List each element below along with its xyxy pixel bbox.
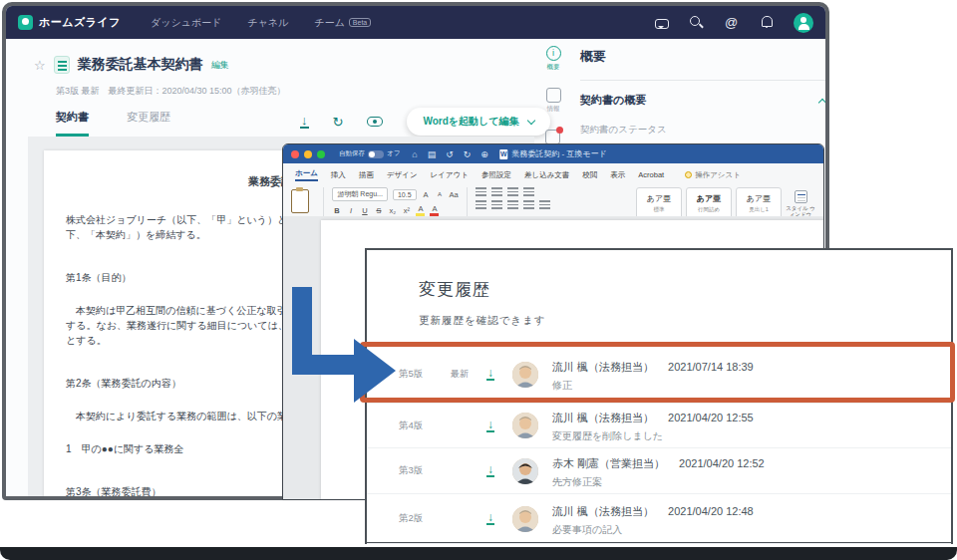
ribbon-tab-home[interactable]: ホーム: [295, 168, 318, 181]
chevron-down-icon[interactable]: [527, 116, 535, 124]
nav-item-channel[interactable]: チャネル: [247, 16, 288, 30]
change-case-button[interactable]: Aa: [450, 190, 459, 199]
chevron-up-icon[interactable]: [818, 98, 826, 106]
avatar: [512, 413, 538, 438]
align-center-icon[interactable]: [491, 200, 502, 209]
multilevel-list-icon[interactable]: [507, 187, 518, 196]
document-meta: 第3版 最新 最終更新日：2020/04/30 15:00（赤羽佳亮）: [56, 85, 286, 98]
highlight-color-button[interactable]: A: [416, 205, 425, 216]
folder-icon: [546, 88, 561, 103]
user-avatar[interactable]: [794, 13, 813, 33]
justify-icon[interactable]: [523, 200, 534, 209]
align-left-icon[interactable]: [476, 200, 486, 209]
undo-icon[interactable]: ↺: [446, 149, 454, 159]
subscript-button[interactable]: x₂: [388, 206, 397, 215]
font-color-button[interactable]: A: [430, 205, 439, 216]
tell-me-assist[interactable]: 操作アシスト: [685, 170, 741, 180]
editor-name: 流川 楓（法務担当）: [552, 505, 654, 517]
mention-icon[interactable]: @: [724, 15, 739, 30]
download-version-icon[interactable]: ↓: [486, 368, 494, 381]
app-logo[interactable]: ホームズライフ: [18, 15, 121, 30]
sort-icon[interactable]: [523, 187, 534, 196]
nav-item-dashboard[interactable]: ダッシュボード: [151, 16, 221, 30]
edit-note: 必要事項の記入: [552, 523, 754, 537]
tab-contract[interactable]: 契約書: [56, 110, 89, 137]
home-icon[interactable]: ⌂: [412, 149, 417, 159]
history-entry: 流川 楓（法務担当）2021/04/20 12:48 必要事項の記入: [552, 501, 754, 537]
screenshot-frame: ホームズライフ ダッシュボード チャネル チーム Beta @ ☆ 業務委: [0, 0, 957, 560]
overview-info-icon: i: [546, 46, 561, 61]
divider: [580, 80, 825, 81]
word-doc-icon: W: [499, 149, 507, 159]
shrink-font-button[interactable]: A: [436, 191, 445, 197]
history-row-v2[interactable]: 第2版 ↓ 流川 楓（法務担当）2021/04/20 12:48 必要事項の記入: [367, 494, 951, 544]
bullet-list-icon[interactable]: [476, 187, 486, 196]
line-spacing-icon[interactable]: [539, 200, 550, 209]
navbar-actions: @: [655, 6, 813, 39]
rail-item-info[interactable]: 情報: [546, 88, 561, 114]
underline-button[interactable]: U: [360, 206, 369, 215]
nav-item-team[interactable]: チーム Beta: [314, 16, 371, 30]
open-in-word-button[interactable]: Wordを起動して編集: [407, 108, 550, 136]
history-row-v3[interactable]: 第3版 ↓ 赤木 剛憲（営業担当）2021/04/20 12:52 先方修正案: [367, 448, 951, 494]
avatar: [512, 362, 538, 388]
history-rows: 第5版 最新 ↓ 流川 楓（法務担当）2021/07/14 18:39 修正 第…: [367, 346, 951, 544]
superscript-button[interactable]: x²: [402, 206, 411, 215]
history-row-v4[interactable]: 第4版 ↓ 流川 楓（法務担当）2021/04/20 12:55 変更履歴を削除…: [367, 403, 951, 448]
tab-change-history[interactable]: 変更履歴: [127, 110, 170, 137]
ribbon-tab-acrobat[interactable]: Acrobat: [638, 170, 664, 179]
overview-heading: 概要: [580, 48, 825, 66]
style-window-button[interactable]: スタイル ウィンドウ: [786, 187, 815, 219]
search-icon[interactable]: [689, 15, 704, 30]
contract-file-icon: [54, 56, 70, 74]
ribbon-tab-insert[interactable]: 挿入: [331, 170, 346, 180]
redo-icon[interactable]: ↻: [464, 149, 472, 159]
rail-item-overview[interactable]: i 概要: [546, 46, 561, 72]
autosave-toggle[interactable]: 自動保存 オフ: [339, 149, 400, 158]
font-size-select[interactable]: 10.5: [393, 189, 417, 200]
styles-gallery: あア亜 標準 あア亜 行間詰め あア亜 見出し1 スタイル ウィンドウ: [636, 187, 815, 219]
italic-button[interactable]: I: [346, 206, 355, 215]
ribbon-tab-layout[interactable]: レイアウト: [431, 170, 469, 180]
logo-text: ホームズライフ: [39, 15, 121, 30]
download-version-icon[interactable]: ↓: [486, 512, 494, 525]
navbar-menu: ダッシュボード チャネル チーム Beta: [151, 16, 371, 30]
style-no-spacing[interactable]: あア亜 行間詰め: [686, 187, 732, 219]
ribbon-tab-design[interactable]: デザイン: [387, 170, 418, 180]
numbered-list-icon[interactable]: [491, 187, 502, 196]
download-icon[interactable]: ↓: [300, 115, 309, 129]
ribbon-tab-mailings[interactable]: 差し込み文書: [524, 170, 569, 180]
history-row-v5[interactable]: 第5版 最新 ↓ 流川 楓（法務担当）2021/07/14 18:39 修正: [367, 346, 951, 403]
chat-icon[interactable]: [655, 19, 669, 29]
favorite-star-icon[interactable]: ☆: [34, 58, 46, 73]
ribbon-tab-view[interactable]: 表示: [610, 170, 625, 180]
strikethrough-button[interactable]: S: [374, 206, 383, 215]
add-icon[interactable]: ⊕: [480, 149, 488, 159]
contract-overview-section[interactable]: 契約書の概要: [580, 93, 825, 108]
download-version-icon[interactable]: ↓: [486, 420, 494, 432]
notifications-bell-icon[interactable]: [759, 15, 774, 30]
grow-font-button[interactable]: A: [422, 190, 431, 199]
bold-button[interactable]: B: [332, 206, 341, 215]
preview-eye-icon[interactable]: [367, 117, 383, 127]
font-name-select[interactable]: 游明朝 Regu...: [332, 187, 388, 201]
close-button[interactable]: [291, 150, 299, 158]
minimize-button[interactable]: [304, 150, 312, 158]
ribbon-tab-review[interactable]: 校閲: [582, 170, 597, 180]
style-normal[interactable]: あア亜 標準: [636, 187, 682, 219]
clipboard-icon: [291, 189, 309, 213]
avatar: [512, 506, 538, 532]
save-icon[interactable]: ▤: [428, 149, 437, 159]
zoom-button[interactable]: [317, 150, 325, 158]
ribbon-tab-draw[interactable]: 描画: [359, 170, 374, 180]
editor-name: 流川 楓（法務担当）: [552, 361, 654, 373]
align-right-icon[interactable]: [507, 200, 518, 209]
edit-title-link[interactable]: 編集: [211, 59, 229, 72]
refresh-icon[interactable]: ↻: [333, 115, 344, 130]
document-header: ☆ 業務委託基本契約書 編集: [34, 56, 229, 74]
notification-badge: [556, 127, 563, 134]
download-version-icon[interactable]: ↓: [486, 464, 494, 477]
edit-datetime: 2021/04/20 12:55: [668, 412, 754, 423]
ribbon-tab-references[interactable]: 参照設定: [481, 170, 511, 180]
style-heading1[interactable]: あア亜 見出し1: [736, 187, 782, 219]
